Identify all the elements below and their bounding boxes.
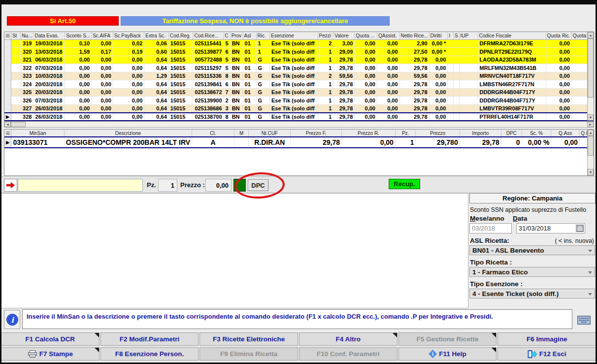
expand-all-icon[interactable]: ⊞ <box>6 131 10 136</box>
cell: 0,00 <box>355 48 377 56</box>
receipt-row[interactable]: 32013/03/20181,590,170,190,6015015025139… <box>4 48 594 56</box>
cell: 01 <box>243 64 256 72</box>
column-header: Sc.AIFA <box>92 32 113 39</box>
cell: 0,00 <box>429 64 448 72</box>
minsan-input[interactable] <box>18 179 143 192</box>
tipo-ricetta-select[interactable]: 1 - Farmaco Etico <box>469 267 595 277</box>
cell: Ese Tik (solo diff <box>269 64 318 72</box>
scroll-down-icon[interactable]: ▼ <box>588 114 594 121</box>
cell: 0,64 <box>144 56 169 64</box>
column-header: Importo <box>460 130 501 137</box>
cell: 0,00 <box>546 72 571 80</box>
product-row[interactable]: ▶039133071OSSIGENO*COMPR 200BAR 14LT IRV… <box>4 137 594 148</box>
data-field[interactable]: 31/03/2018 <box>516 223 585 233</box>
fkey-f4-button[interactable]: F4 Altro <box>299 332 398 346</box>
cell: 15015 <box>168 64 193 72</box>
cell: 0,00 <box>355 72 377 80</box>
receipt-row[interactable]: 32520/03/20180,000,000,000,6415015025138… <box>4 88 594 97</box>
column-header: M <box>234 130 249 137</box>
cell: 1 <box>256 39 269 48</box>
cell: 0,00 <box>546 88 571 97</box>
receipt-row[interactable]: 31919/03/20180,100,000,020,0615015025115… <box>4 39 594 48</box>
fkey-f3-button[interactable]: F3 Ricette Elettroniche <box>199 332 298 346</box>
cell: 0,00 <box>355 104 377 113</box>
cell: 1 <box>318 88 333 97</box>
cell: 005772488 <box>193 56 224 64</box>
cell: 1 <box>318 104 333 113</box>
cell: G <box>256 88 269 97</box>
receipt-row[interactable]: ▶32826/03/20180,000,000,000,641501502513… <box>4 113 594 121</box>
fkey-f9-button: F9 Elimina Ricetta <box>199 347 298 361</box>
mese-anno-field[interactable]: 03/2018 <box>469 223 512 233</box>
selected-row-marker: ▶ <box>4 137 11 148</box>
cell <box>11 39 20 48</box>
cell <box>459 104 478 113</box>
cell <box>234 137 249 148</box>
cell: 327 <box>21 104 33 113</box>
fkey-f5-button: F5 Gestione Ricette <box>398 332 497 346</box>
cell: 0,00 <box>355 39 377 48</box>
fkey-f1-button[interactable]: F1 Calcola DCR <box>1 332 100 346</box>
cell: 15015 <box>168 104 193 113</box>
scroll-left-icon[interactable]: ◄ <box>4 122 11 127</box>
cell: 0,00 <box>342 137 396 148</box>
calendar-icon[interactable] <box>576 225 584 232</box>
cell <box>448 39 454 48</box>
cell: 8 <box>224 113 230 121</box>
row-selector <box>4 64 11 72</box>
row-selector <box>4 39 11 48</box>
scroll-up-icon[interactable]: ▲ <box>588 130 594 136</box>
cell: 321 <box>21 56 33 64</box>
receipts-vscrollbar[interactable]: ▲ ▼ <box>587 32 594 121</box>
cell: 0,00 <box>377 39 399 48</box>
receipt-row[interactable]: 32106/03/20180,000,000,000,6415015005772… <box>4 56 594 64</box>
printer-icon <box>28 350 37 358</box>
scroll-thumb[interactable] <box>588 38 594 98</box>
cell: 06/03/2018 <box>33 56 65 64</box>
fkey-f12-button[interactable]: F12 Esci <box>498 347 596 361</box>
cell <box>453 39 459 48</box>
cell: 326 <box>21 97 33 105</box>
column-header: Descrizione <box>64 130 192 137</box>
cell: G <box>256 56 269 64</box>
cell: 2 <box>224 97 230 105</box>
tipo-esenzione-select[interactable]: 4 - Esente Ticket (solo diff.) <box>469 289 595 298</box>
receipt-row[interactable]: 32310/03/20180,000,000,001,2915015025115… <box>4 72 594 80</box>
entry-arrow-box <box>4 179 17 192</box>
cell <box>453 88 459 97</box>
receipt-row[interactable]: 32420/03/20180,000,000,000,6415015025139… <box>4 80 594 89</box>
product-vscrollbar[interactable]: ▲ ▼ <box>587 130 594 175</box>
scroll-down-icon[interactable]: ▼ <box>588 169 594 175</box>
cell <box>453 104 459 113</box>
receipt-row[interactable]: 32726/03/20180,000,000,000,6415015025138… <box>4 104 594 113</box>
scroll-right-icon[interactable]: ► <box>587 122 594 127</box>
scroll-thumb[interactable] <box>11 122 26 127</box>
cell: 0,00 <box>429 113 448 121</box>
expand-all-icon[interactable]: ⊞ <box>5 33 9 38</box>
cell: 0,00 <box>377 88 399 97</box>
cell: 0,00 <box>355 97 377 105</box>
fkey-f6-button[interactable]: F6 Immagine <box>498 332 596 346</box>
scroll-thumb[interactable] <box>588 136 594 156</box>
fkey-f11-button[interactable]: iF11 Help <box>398 347 497 361</box>
receipt-row[interactable]: 32207/03/20180,000,000,000,6415015025115… <box>4 64 594 72</box>
keyboard-icon[interactable] <box>577 316 591 327</box>
fkey-f7-button[interactable]: F7 Stampe <box>1 347 100 361</box>
cell: Ese Tik (solo diff <box>269 104 318 113</box>
cell: 01 <box>243 48 256 56</box>
receipts-hscrollbar[interactable]: ◄ ► <box>4 121 594 128</box>
cell <box>448 88 454 97</box>
fkey-f2-button[interactable]: F2 Modif.Parametri <box>100 332 199 346</box>
scroll-up-icon[interactable]: ▲ <box>588 32 594 38</box>
cell <box>453 48 459 56</box>
cell: G <box>256 104 269 113</box>
recup-button[interactable]: Recup. <box>389 179 420 189</box>
cell: 0,64 <box>144 97 169 105</box>
cell: Ese Tik (solo diff <box>269 80 318 89</box>
receipt-row[interactable]: 32607/03/20180,000,000,000,6415015025139… <box>4 97 594 105</box>
cell: 20/03/2018 <box>33 88 65 97</box>
asl-select[interactable]: BN01 - ASL Benevento <box>469 245 595 255</box>
cell: 2,90 <box>399 39 429 48</box>
fkey-f8-button[interactable]: F8 Esenzione Person. <box>100 347 199 361</box>
fkey-label: F4 Altro <box>336 335 361 343</box>
